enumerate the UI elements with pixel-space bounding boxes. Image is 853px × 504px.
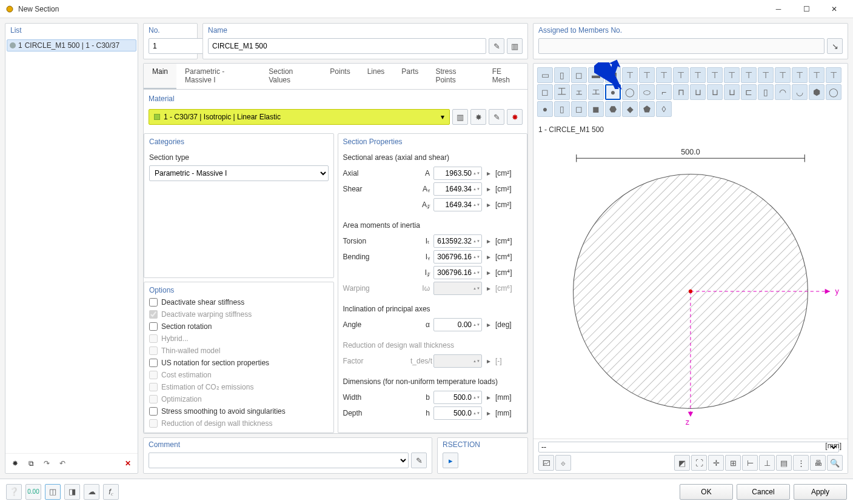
preview-combo[interactable]: -- bbox=[538, 442, 839, 453]
shape-circle-button[interactable]: ● bbox=[605, 84, 621, 100]
prop-value-input[interactable]: 613592.32▲▼ bbox=[433, 234, 482, 248]
tab-parametric[interactable]: Parametric - Massive I bbox=[176, 64, 260, 89]
shape-button-11[interactable]: ⊤ bbox=[724, 67, 740, 83]
prop-transfer-icon[interactable]: ▸ bbox=[486, 253, 492, 261]
view-grid-button[interactable]: ⊞ bbox=[725, 455, 741, 471]
help-button[interactable]: ❔ bbox=[6, 484, 22, 500]
move-down-button[interactable]: ↶ bbox=[55, 456, 70, 471]
material-delete-button[interactable]: ✸ bbox=[507, 109, 523, 125]
shape-button-42[interactable]: ⬟ bbox=[639, 101, 655, 117]
prop-value-input[interactable]: 1649.34▲▼ bbox=[433, 182, 482, 196]
prop-value-input[interactable]: 306796.16▲▼ bbox=[433, 266, 482, 279]
view-iso-button[interactable]: ◩ bbox=[674, 455, 690, 471]
shape-button-29[interactable]: ⊔ bbox=[724, 84, 740, 100]
units-button[interactable]: 0.00 bbox=[25, 484, 41, 500]
new-item-button[interactable]: ✸ bbox=[8, 456, 22, 471]
shape-button-35[interactable]: ◯ bbox=[826, 84, 841, 100]
shape-button-21[interactable]: エ bbox=[588, 84, 604, 100]
prop-value-input[interactable]: 500.0▲▼ bbox=[433, 406, 482, 420]
shape-button-10[interactable]: ⊤ bbox=[707, 67, 723, 83]
copy-item-button[interactable]: ⧉ bbox=[24, 456, 38, 471]
view-dim-button[interactable]: ⊢ bbox=[742, 455, 758, 471]
move-up-button[interactable]: ↷ bbox=[39, 456, 54, 471]
prop-transfer-icon[interactable]: ▸ bbox=[486, 320, 492, 329]
prop-transfer-icon[interactable]: ▸ bbox=[486, 268, 492, 277]
shape-button-25[interactable]: ⌐ bbox=[656, 84, 672, 100]
apply-button[interactable]: Apply bbox=[794, 484, 847, 500]
tab-section-values[interactable]: Section Values bbox=[260, 64, 321, 89]
maximize-button[interactable]: ☐ bbox=[792, 0, 820, 18]
name-input[interactable] bbox=[208, 38, 486, 54]
shape-button-15[interactable]: ⊤ bbox=[792, 67, 808, 83]
shape-button-24[interactable]: ⬭ bbox=[639, 84, 655, 100]
option-0[interactable]: Deactivate shear stiffness bbox=[149, 298, 329, 307]
stress-button[interactable]: ⟐ bbox=[555, 455, 571, 471]
shape-button-3[interactable]: ▬ bbox=[588, 67, 604, 83]
view-fit-button[interactable]: ⛶ bbox=[691, 455, 707, 471]
option-checkbox[interactable] bbox=[149, 322, 158, 331]
material-edit-button[interactable]: ✎ bbox=[489, 109, 504, 125]
result-button[interactable]: 🗠 bbox=[538, 455, 554, 471]
shape-button-1[interactable]: ▯ bbox=[554, 67, 570, 83]
prop-value-input[interactable]: 0.00▲▼ bbox=[433, 318, 482, 331]
shape-button-36[interactable]: ● bbox=[537, 101, 553, 117]
shape-button-6[interactable]: ⊤ bbox=[639, 67, 655, 83]
prop-transfer-icon[interactable]: ▸ bbox=[486, 185, 492, 193]
prop-transfer-icon[interactable]: ▸ bbox=[486, 393, 492, 402]
shape-button-7[interactable]: ⊤ bbox=[656, 67, 672, 83]
shape-button-27[interactable]: ⊔ bbox=[690, 84, 706, 100]
shape-button-17[interactable]: ⊤ bbox=[826, 67, 841, 83]
shape-button-8[interactable]: ⊤ bbox=[673, 67, 689, 83]
shape-button-26[interactable]: ⊓ bbox=[673, 84, 689, 100]
shape-button-31[interactable]: ▯ bbox=[758, 84, 774, 100]
material-select[interactable]: 1 - C30/37 | Isotropic | Linear Elastic … bbox=[149, 109, 450, 125]
tab-stress-points[interactable]: Stress Points bbox=[427, 64, 483, 89]
option-checkbox[interactable] bbox=[149, 407, 158, 416]
shape-button-14[interactable]: ⊤ bbox=[775, 67, 791, 83]
tab-main[interactable]: Main bbox=[144, 64, 176, 89]
shape-button-9[interactable]: ⊤ bbox=[690, 67, 706, 83]
shape-button-20[interactable]: ェ bbox=[571, 84, 587, 100]
fx-button[interactable]: f꜀ bbox=[103, 484, 119, 500]
shape-button-19[interactable]: 工 bbox=[554, 84, 570, 100]
ok-button[interactable]: OK bbox=[680, 484, 733, 500]
view-axes-button[interactable]: ✛ bbox=[708, 455, 724, 471]
option-checkbox[interactable] bbox=[149, 298, 158, 307]
cancel-button[interactable]: Cancel bbox=[737, 484, 790, 500]
shape-button-23[interactable]: ◯ bbox=[622, 84, 638, 100]
minimize-button[interactable]: ─ bbox=[764, 0, 792, 18]
delete-item-button[interactable]: ✕ bbox=[121, 456, 135, 471]
list-item[interactable]: 1 CIRCLE_M1 500 | 1 - C30/37 bbox=[7, 39, 136, 51]
option-5[interactable]: US notation for section properties bbox=[149, 359, 329, 367]
close-button[interactable]: ✕ bbox=[820, 0, 848, 18]
shape-button-0[interactable]: ▭ bbox=[537, 67, 553, 83]
material-lib-button[interactable]: ▥ bbox=[452, 109, 468, 125]
search-preview-button[interactable]: 🔍 bbox=[827, 455, 843, 471]
prop-transfer-icon[interactable]: ▸ bbox=[486, 169, 492, 177]
prop-value-input[interactable]: 306796.16▲▼ bbox=[433, 250, 482, 264]
prop-transfer-icon[interactable]: ▸ bbox=[486, 357, 492, 365]
comment-input[interactable] bbox=[149, 453, 409, 468]
view-values-button[interactable]: ⋮ bbox=[793, 455, 809, 471]
option-checkbox[interactable] bbox=[149, 359, 158, 367]
prop-transfer-icon[interactable]: ▸ bbox=[486, 284, 492, 293]
shape-button-32[interactable]: ◠ bbox=[775, 84, 791, 100]
tab-fe-mesh[interactable]: FE Mesh bbox=[484, 64, 527, 89]
prop-transfer-icon[interactable]: ▸ bbox=[486, 237, 492, 245]
shape-button-38[interactable]: ◻ bbox=[571, 101, 587, 117]
shape-button-40[interactable]: ⬣ bbox=[605, 101, 621, 117]
view2-button[interactable]: ◨ bbox=[64, 484, 80, 500]
shape-button-18[interactable]: ◻ bbox=[537, 84, 553, 100]
shape-button-12[interactable]: ⊤ bbox=[741, 67, 757, 83]
shape-button-28[interactable]: ⊔ bbox=[707, 84, 723, 100]
shape-button-13[interactable]: ⊤ bbox=[758, 67, 774, 83]
print-button[interactable]: 🖶 bbox=[810, 455, 826, 471]
shape-button-16[interactable]: ⊤ bbox=[809, 67, 825, 83]
view3-button[interactable]: ☁ bbox=[84, 484, 99, 500]
shape-button-33[interactable]: ◡ bbox=[792, 84, 808, 100]
shape-button-41[interactable]: ◆ bbox=[622, 101, 638, 117]
material-new-button[interactable]: ✸ bbox=[470, 109, 486, 125]
tab-lines[interactable]: Lines bbox=[359, 64, 393, 89]
shape-button-37[interactable]: ▯ bbox=[554, 101, 570, 117]
shape-button-5[interactable]: ⊤ bbox=[622, 67, 638, 83]
